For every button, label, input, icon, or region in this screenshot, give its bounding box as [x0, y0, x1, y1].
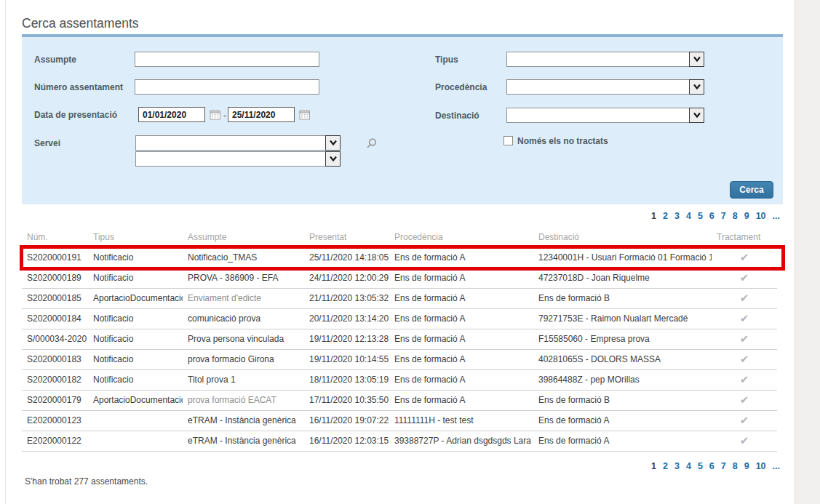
cell-assumpte: Prova persona vinculada: [183, 329, 304, 349]
pagination-page-link[interactable]: 6: [709, 461, 714, 471]
servei-label: Servei: [34, 138, 60, 148]
pagination-ellipsis[interactable]: ...: [773, 461, 780, 471]
cell-assumpte: Enviament d'edicte: [183, 288, 304, 308]
cell-tipus: Notificacio: [88, 247, 183, 268]
pagination-page-link[interactable]: 8: [733, 211, 738, 221]
table-row[interactable]: E2020000122eTRAM - Instància genèrica16/…: [22, 431, 777, 451]
chevron-down-icon: [325, 135, 341, 151]
pagination-page-link[interactable]: 10: [756, 461, 766, 471]
table-row[interactable]: S2020000189NotificacioPROVA - 386909 - E…: [22, 268, 777, 288]
cell-presentat: 17/11/2020 10:35:50: [304, 390, 389, 410]
table-row[interactable]: S2020000179AportacioDocumentacioprova fo…: [22, 390, 777, 410]
pagination-page-link[interactable]: 10: [756, 211, 766, 221]
procedencia-select[interactable]: [506, 79, 704, 95]
pagination-page-link[interactable]: 4: [686, 461, 691, 471]
treated-check-icon: ✔: [740, 434, 749, 447]
cell-destinacio: 79271753E - Raimon Nualart Mercadé: [533, 308, 712, 329]
pagination-page-link[interactable]: 3: [674, 211, 680, 221]
search-icon[interactable]: [365, 137, 378, 150]
calendar-icon[interactable]: [299, 109, 311, 120]
cell-procedencia: Ens de formació A: [389, 349, 533, 369]
cell-presentat: 16/11/2020 19:07:22: [304, 410, 389, 431]
column-header: Destinació: [533, 227, 712, 247]
date-from-input[interactable]: [138, 107, 205, 122]
cell-assumpte: comunicació prova: [183, 308, 304, 329]
page-left-border: [5, 0, 6, 504]
numero-assentament-label: Número assentament: [34, 82, 123, 92]
cell-num: S2020000185: [22, 288, 88, 308]
page-right-gutter: [795, 0, 820, 504]
pagination-page-link[interactable]: 7: [721, 211, 726, 221]
cell-num: S2020000183: [22, 349, 88, 369]
table-row[interactable]: S2020000185AportacioDocumentacioEnviamen…: [22, 288, 777, 308]
cell-num: S2020000184: [22, 308, 88, 329]
pagination-page-link[interactable]: 2: [663, 461, 668, 471]
cerca-button[interactable]: Cerca: [730, 181, 773, 199]
treated-check-icon: ✔: [740, 373, 749, 385]
tipus-label: Tipus: [435, 55, 458, 65]
only-untreated-checkbox[interactable]: [503, 136, 513, 145]
search-panel: Assumpte Número assentament Data de pres…: [22, 34, 783, 204]
only-untreated-label: Només els no tractats: [517, 136, 608, 146]
cell-tipus: Notificacio: [88, 308, 183, 329]
cell-destinacio: Ens de formació B: [533, 390, 712, 410]
cell-num: S2020000189: [22, 268, 88, 288]
pagination-page-link[interactable]: 2: [663, 211, 668, 221]
servei-primary-select[interactable]: [135, 135, 341, 151]
table-row[interactable]: E2020000123eTRAM - Instància genèrica16/…: [22, 410, 777, 431]
cell-procedencia: Ens de formació A: [389, 390, 533, 410]
cell-num: S2020000191: [22, 247, 88, 268]
pagination-page-link[interactable]: 5: [698, 461, 703, 471]
pagination-page-link[interactable]: 4: [686, 211, 691, 221]
cell-tipus: Notificacio: [88, 369, 183, 390]
pagination-page-link[interactable]: 6: [709, 211, 714, 221]
destinacio-label: Destinació: [435, 111, 479, 121]
table-row[interactable]: S/000034-2020NotificacioProva persona vi…: [22, 329, 777, 349]
cell-num: S2020000182: [22, 369, 88, 390]
column-header: Presentat: [304, 227, 389, 247]
pagination-current-page: 1: [651, 211, 656, 221]
destinacio-select[interactable]: [506, 108, 704, 123]
cell-assumpte: PROVA - 386909 - EFA: [183, 268, 304, 288]
cell-presentat: 18/11/2020 13:05:19: [304, 369, 389, 390]
cell-destinacio: 47237018D - Joan Riquelme: [533, 268, 712, 288]
calendar-icon[interactable]: [210, 109, 221, 120]
pagination-page-link[interactable]: 9: [744, 211, 749, 221]
cell-destinacio: F15585060 - Empresa prova: [533, 329, 712, 349]
column-header: Tractament: [712, 227, 777, 247]
date-to-input[interactable]: [228, 107, 295, 122]
cell-procedencia: Ens de formació A: [389, 369, 533, 390]
pagination-page-link[interactable]: 9: [744, 461, 749, 471]
cell-num: S/000034-2020: [22, 329, 88, 349]
pagination-page-link[interactable]: 8: [733, 461, 738, 471]
pagination-page-link[interactable]: 7: [721, 461, 726, 471]
pagination-ellipsis[interactable]: ...: [773, 211, 780, 221]
tipus-select[interactable]: [506, 52, 704, 67]
cell-procedencia: 39388727P - Adrian dsgdsgds Lara: [389, 431, 533, 451]
cell-destinacio: 12340001H - Usuari Formació 01 Formació …: [533, 247, 712, 268]
table-row[interactable]: S2020000191NotificacioNotificacio_TMAS25…: [22, 247, 777, 268]
pagination-page-link[interactable]: 5: [698, 211, 703, 221]
cell-destinacio: 39864488Z - pep MOrillas: [533, 369, 712, 390]
page-title: Cerca assentaments: [22, 16, 139, 31]
cell-num: S2020000179: [22, 390, 88, 410]
cell-procedencia: Ens de formació A: [389, 308, 533, 329]
table-row[interactable]: S2020000184Notificaciocomunicació prova2…: [22, 308, 777, 329]
assumpte-input[interactable]: [135, 52, 319, 67]
table-row[interactable]: S2020000183Notificacioprova formacio Gir…: [22, 349, 777, 369]
cell-assumpte: eTRAM - Instància genèrica: [183, 431, 304, 451]
cell-destinacio: Ens de formació B: [533, 288, 712, 308]
treated-check-icon: ✔: [740, 312, 749, 324]
date-range-separator: -: [223, 111, 226, 121]
servei-secondary-select[interactable]: [135, 151, 341, 167]
pagination-page-link[interactable]: 3: [674, 461, 680, 471]
cell-destinacio: Ens de formació A: [533, 431, 712, 451]
pagination: 12345678910...: [22, 461, 780, 471]
table-row[interactable]: S2020000182NotificacioTitol prova 118/11…: [22, 369, 777, 390]
numero-assentament-input[interactable]: [135, 79, 319, 95]
chevron-down-icon: [689, 79, 704, 95]
treated-check-icon: ✔: [740, 251, 749, 263]
column-header: Núm.: [22, 227, 88, 247]
results-table: Núm.TipusAssumptePresentatProcedènciaDes…: [22, 227, 777, 452]
cell-assumpte: prova formacio Girona: [183, 349, 304, 369]
